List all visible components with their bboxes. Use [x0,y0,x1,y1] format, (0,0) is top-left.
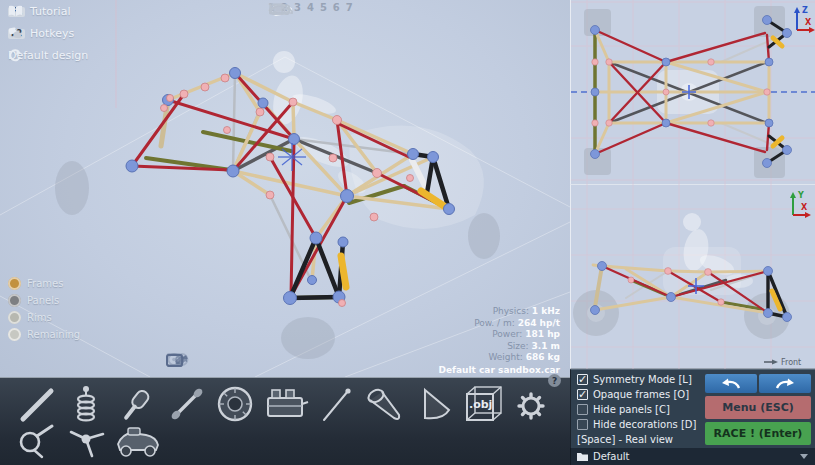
obj-label: .obj [469,398,492,411]
control-panel: ✓ Symmetry Mode [L] ✓ Opaque frames [O] … [570,369,815,448]
wheel-part-icon[interactable] [213,382,257,426]
view-button-5[interactable]: 5 [320,2,327,13]
panels-color-dot [8,294,21,307]
view-button-4[interactable]: 4 [307,2,314,13]
chevron-down-icon [800,454,808,459]
checkbox[interactable] [577,419,588,430]
material-legend: Frames Panels Rims Remaining [8,277,80,345]
piston-part-icon[interactable] [114,383,158,427]
loop-tool-part-icon[interactable] [16,420,60,460]
help-button[interactable]: ? [548,374,561,387]
legend-rims[interactable]: Rims [8,311,80,324]
thin-rod-part-icon[interactable] [314,383,358,427]
gear-part-icon[interactable] [516,391,546,421]
weight-value: 686 kg [526,352,560,362]
undo-icon [720,377,742,390]
front-label: Front [781,358,801,367]
axis-y-label: Y [797,191,804,200]
triangle-panel-part-icon[interactable] [413,384,457,426]
power-per-mass-value: 264 hp/t [518,318,560,328]
hotkeys-label: Hotkeys [30,27,74,40]
tutorial-label: Tutorial [30,5,70,18]
default-design-button[interactable]: Default design [8,49,88,62]
view-button-3[interactable]: 3 [294,2,301,13]
action-buttons: Menu (ESC) RACE ! (Enter) [705,374,811,448]
checkbox[interactable]: ✓ [577,374,588,385]
hotkeys-button[interactable]: F2 Hotkeys [8,27,74,40]
design-file-dropdown[interactable]: Default [570,448,815,465]
rims-color-dot [8,311,21,324]
power-per-mass-label: Pow. / m: [474,318,515,328]
parts-toolbar: .obj [0,377,570,465]
folder-icon [576,451,589,462]
checkbox[interactable] [577,404,588,415]
truss-beams [132,73,449,298]
checkbox[interactable]: ✓ [577,389,588,400]
monitor-plug-icon [268,2,292,17]
camera-view-buttons: 1 2 3 4 5 6 7 [268,2,367,13]
legend-panels[interactable]: Panels [8,294,80,307]
import-obj-part-icon[interactable]: .obj [461,382,507,430]
car-filename: Default car sandbox.car [439,365,560,377]
axis-gizmo-top: Z X [794,6,815,33]
reset-icon [8,49,22,62]
main-3d-viewport[interactable]: F1 Tutorial F2 Hotkeys Default design 1 … [0,0,570,377]
selected-design-name: Default [593,451,800,462]
size-label: Size: [507,341,529,351]
cone-panel-part-icon[interactable] [362,383,410,427]
power-label: Power: [492,329,522,339]
tutorial-button[interactable]: F1 Tutorial [8,5,70,18]
ortho-top-canvas: Z X [571,0,815,185]
redo-button[interactable] [759,374,811,393]
visible-icon[interactable] [166,352,182,367]
front-direction: Front [764,358,801,367]
axis-z-label: Z [802,6,808,15]
menu-button[interactable]: Menu (ESC) [705,396,811,419]
book-icon [8,5,23,17]
hub-joint-part-icon[interactable] [66,422,110,460]
weight-label: Weight: [488,352,522,362]
frames-color-dot [8,277,21,290]
legend-remaining[interactable]: Remaining [8,328,80,341]
view-button-6[interactable]: 6 [333,2,340,13]
toy-car-part-icon[interactable] [112,422,164,460]
physics-label: Physics: [493,306,529,316]
undo-button[interactable] [705,374,757,393]
physics-value: 1 kHz [532,306,560,316]
ortho-top-view[interactable]: Z X [570,0,815,185]
ortho-side-canvas: Y X Front [571,185,815,369]
ghost-driver [663,213,753,295]
race-button[interactable]: RACE ! (Enter) [705,422,811,445]
spring-part-icon[interactable] [64,382,108,426]
view-button-7[interactable]: 7 [346,2,353,13]
power-value: 181 hp [525,329,560,339]
connecting-rod-part-icon[interactable] [165,382,209,426]
legend-frames[interactable]: Frames [8,277,80,290]
axis-x-label: X [801,203,808,212]
ortho-side-view[interactable]: Y X Front [570,185,815,369]
size-value: 3.1 m [532,341,560,351]
hotkeys-icon [8,27,23,39]
axis-x-label: X [805,18,812,27]
truss-side [593,265,787,317]
redo-icon [774,377,796,390]
axis-gizmo-side: Y X [790,191,811,218]
vehicle-stats: Physics: 1 kHz Pow. / m: 264 hp/t Power:… [439,306,560,376]
app-window: F1 Tutorial F2 Hotkeys Default design 1 … [0,0,815,465]
engine-part-icon[interactable] [262,384,310,426]
remaining-color-dot [8,328,21,341]
